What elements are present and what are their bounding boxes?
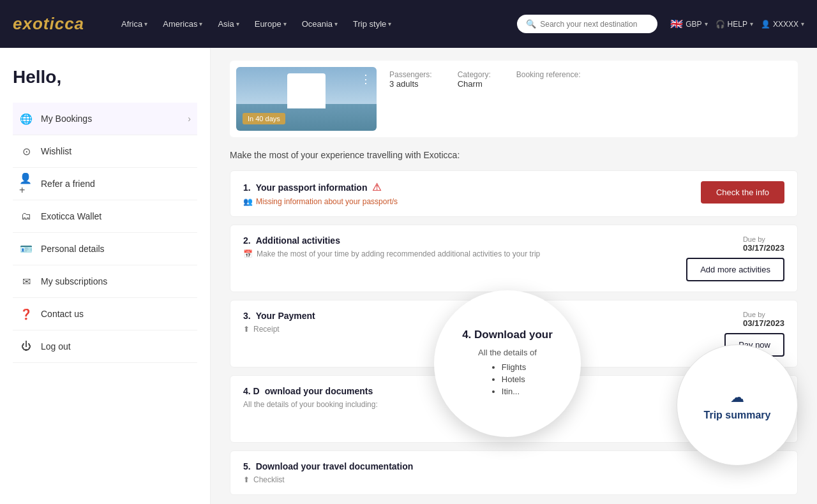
step-activities: 2. Additional activities 📅 Make the most… bbox=[230, 225, 798, 292]
sidebar-item-logout[interactable]: ⏻ Log out bbox=[13, 330, 197, 363]
nav-right: 🇬🇧 GBP ▾ 🎧 HELP ▾ 👤 XXXXX ▾ bbox=[670, 18, 804, 30]
tooltip-list-item: Hotels bbox=[502, 374, 526, 384]
tooltip-list-item: Flights bbox=[502, 362, 526, 372]
checklist-icon: ⬆ bbox=[243, 475, 250, 484]
tooltip-title: 4. Download your bbox=[462, 329, 553, 341]
more-options-icon[interactable]: ⋮ bbox=[360, 72, 371, 86]
reference-field: Booking reference: bbox=[516, 70, 581, 89]
category-field: Category: Charm bbox=[458, 70, 491, 89]
sidebar-item-subscriptions[interactable]: ✉ My subscriptions bbox=[13, 265, 197, 298]
navbar: exoticca Africa ▾ Americas ▾ Asia ▾ Euro… bbox=[0, 0, 817, 48]
download-icon: ⬆ bbox=[243, 325, 250, 334]
passport-warning-text: 👥 Missing information about your passpor… bbox=[243, 197, 670, 206]
main-content: Hello, 🌐 My Bookings › ⊙ Wishlist 👤+ Ref… bbox=[0, 48, 817, 504]
greeting: Hello, bbox=[13, 67, 197, 87]
person-icon: 👥 bbox=[243, 197, 253, 206]
nav-item-americas[interactable]: Americas ▾ bbox=[156, 15, 209, 33]
chevron-down-icon: ▾ bbox=[388, 20, 391, 27]
tooltip-overlay: 4. Download your All the details of Flig… bbox=[434, 290, 581, 437]
globe-icon: 🌐 bbox=[19, 112, 33, 126]
search-icon: 🔍 bbox=[526, 19, 536, 29]
search-input[interactable] bbox=[540, 20, 648, 29]
currency-selector[interactable]: 🇬🇧 GBP ▾ bbox=[670, 18, 707, 30]
nav-item-oceania[interactable]: Oceania ▾ bbox=[296, 15, 344, 33]
sidebar: Hello, 🌐 My Bookings › ⊙ Wishlist 👤+ Ref… bbox=[0, 48, 211, 504]
search-bar[interactable]: 🔍 bbox=[517, 15, 657, 33]
nav-item-africa[interactable]: Africa ▾ bbox=[115, 15, 154, 33]
booking-image: In 40 days ⋮ bbox=[236, 67, 377, 131]
passengers-field: Passengers: 3 adults bbox=[389, 70, 432, 89]
chevron-right-icon: › bbox=[188, 114, 191, 124]
step-passport: 1. Your passport information ⚠ 👥 Missing… bbox=[230, 170, 798, 217]
step-title-travel-docs: 5. Download your travel documentation bbox=[243, 461, 784, 471]
checklist-row: ⬆ Checklist bbox=[243, 475, 784, 484]
person-plus-icon: 👤+ bbox=[19, 177, 33, 191]
chevron-down-icon: ▾ bbox=[199, 20, 202, 27]
help-menu[interactable]: 🎧 HELP ▾ bbox=[716, 20, 753, 29]
sidebar-item-personal[interactable]: 🪪 Personal details bbox=[13, 233, 197, 265]
heart-icon: ⊙ bbox=[19, 144, 33, 158]
add-activities-button[interactable]: Add more activities bbox=[686, 258, 784, 281]
tooltip-list-item: Itin... bbox=[502, 387, 526, 396]
tooltip-list: Flights Hotels Itin... bbox=[489, 362, 526, 399]
check-info-button[interactable]: Check the info bbox=[701, 181, 784, 204]
nav-item-asia[interactable]: Asia ▾ bbox=[211, 15, 245, 33]
question-icon: ❓ bbox=[19, 307, 33, 321]
make-most-text: Make the most of your experience travell… bbox=[230, 150, 798, 160]
booking-card: In 40 days ⋮ Passengers: 3 adults Catego… bbox=[230, 61, 798, 137]
trip-summary-icon: ☁ bbox=[730, 389, 744, 406]
chevron-down-icon: ▾ bbox=[283, 20, 287, 27]
envelope-icon: ✉ bbox=[19, 274, 33, 288]
chevron-down-icon: ▾ bbox=[750, 20, 753, 27]
power-icon: ⏻ bbox=[19, 339, 33, 353]
trip-summary-overlay[interactable]: ☁ Trip summary bbox=[677, 345, 798, 466]
content-area: In 40 days ⋮ Passengers: 3 adults Catego… bbox=[211, 48, 817, 504]
logo[interactable]: exoticca bbox=[13, 14, 102, 34]
sidebar-item-refer[interactable]: 👤+ Refer a friend bbox=[13, 168, 197, 200]
activities-desc: 📅 Make the most of your time by adding r… bbox=[243, 249, 670, 258]
user-icon: 👤 bbox=[761, 20, 770, 29]
wallet-icon: 🗂 bbox=[19, 209, 33, 223]
warning-icon: ⚠ bbox=[372, 181, 381, 193]
trip-summary-label: Trip summary bbox=[704, 410, 771, 421]
days-badge: In 40 days bbox=[243, 113, 285, 124]
sidebar-item-wishlist[interactable]: ⊙ Wishlist bbox=[13, 135, 197, 168]
sidebar-item-wallet[interactable]: 🗂 Exoticca Wallet bbox=[13, 200, 197, 233]
chevron-down-icon: ▾ bbox=[801, 20, 804, 27]
nav-links: Africa ▾ Americas ▾ Asia ▾ Europe ▾ Ocea… bbox=[115, 15, 504, 33]
sidebar-item-contact[interactable]: ❓ Contact us bbox=[13, 298, 197, 330]
flag-icon: 🇬🇧 bbox=[670, 18, 683, 30]
id-card-icon: 🪪 bbox=[19, 242, 33, 256]
sidebar-item-my-bookings[interactable]: 🌐 My Bookings › bbox=[13, 103, 197, 135]
nav-item-trip-style[interactable]: Trip style ▾ bbox=[347, 15, 398, 33]
tooltip-desc: All the details of bbox=[478, 348, 537, 357]
calendar-icon: 📅 bbox=[243, 249, 253, 258]
booking-info: Passengers: 3 adults Category: Charm Boo… bbox=[389, 67, 791, 91]
step-title-activities: 2. Additional activities bbox=[243, 235, 670, 246]
headset-icon: 🎧 bbox=[716, 20, 725, 29]
chevron-down-icon: ▾ bbox=[144, 20, 147, 27]
chevron-down-icon: ▾ bbox=[705, 20, 708, 27]
user-menu[interactable]: 👤 XXXXX ▾ bbox=[761, 20, 804, 29]
step-title-passport: 1. Your passport information ⚠ bbox=[243, 181, 670, 193]
nav-item-europe[interactable]: Europe ▾ bbox=[248, 15, 293, 33]
chevron-down-icon: ▾ bbox=[334, 20, 338, 27]
chevron-down-icon: ▾ bbox=[236, 20, 239, 27]
